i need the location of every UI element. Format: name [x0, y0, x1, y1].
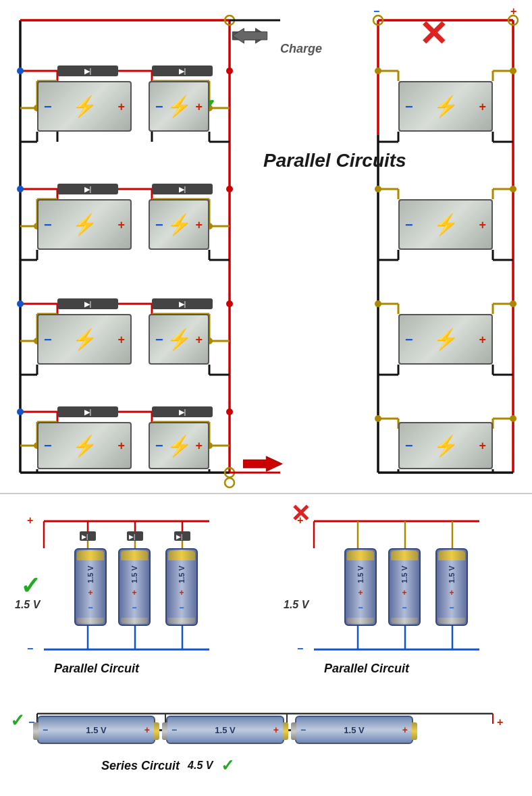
svg-text:+: + — [27, 514, 33, 526]
charge-arrow — [230, 26, 270, 46]
svg-point-76 — [225, 16, 234, 25]
bottom-left-battery-1: 1.5 V + − — [74, 548, 107, 626]
bottom-right-voltage: 1.5 V — [284, 599, 309, 611]
left-diode-1b: ▶| — [152, 65, 213, 76]
svg-point-63 — [17, 408, 24, 415]
left-battery-3b: − ⚡ + — [149, 314, 209, 365]
svg-text:−: − — [27, 643, 33, 654]
discharge-arrow — [243, 454, 284, 474]
bottom-right-battery-1: 1.5 V + − — [344, 548, 377, 626]
svg-point-64 — [226, 68, 233, 74]
svg-point-124 — [373, 16, 383, 25]
bottom-left-label: Parallel Circuit — [54, 662, 139, 676]
svg-point-67 — [226, 408, 233, 415]
right-battery-1: − ⚡ + — [398, 81, 493, 132]
bottom-left-check: ✓ — [20, 572, 41, 600]
right-battery-4: − ⚡ + — [398, 422, 493, 469]
charge-label: Charge — [280, 42, 322, 56]
svg-point-116 — [375, 68, 381, 74]
svg-text:+: + — [510, 5, 516, 17]
right-battery-2: − ⚡ + — [398, 199, 493, 250]
svg-point-119 — [510, 186, 516, 192]
top-section: − + Charge ✓ ✕ Parallel Circuits − ⚡ + −… — [0, 0, 532, 493]
series-battery-row: − 1.5 V + − 1.5 V + − 1.5 V + — [37, 716, 413, 744]
bottom-right-x: ✕ — [290, 500, 311, 528]
left-diode-2a: ▶| — [57, 184, 118, 194]
svg-point-60 — [17, 68, 24, 74]
svg-point-118 — [375, 186, 381, 192]
left-battery-2b: − ⚡ + — [149, 199, 209, 250]
bottom-left-battery-2: 1.5 V + − — [118, 548, 151, 626]
svg-point-65 — [226, 186, 233, 192]
left-diode-3a: ▶| — [57, 298, 118, 309]
svg-point-123 — [510, 415, 516, 422]
svg-point-61 — [17, 186, 24, 192]
series-check: ✓ — [10, 710, 25, 731]
bottom-right-battery-3: 1.5 V + − — [435, 548, 468, 626]
left-battery-1b: − ⚡ + — [149, 81, 209, 132]
svg-text:−: − — [373, 5, 379, 17]
left-battery-3: − ⚡ + — [37, 314, 132, 365]
svg-point-122 — [375, 415, 381, 422]
left-diode-4a: ▶| — [57, 406, 118, 417]
right-invalid-x: ✕ — [419, 14, 448, 54]
right-battery-3: − ⚡ + — [398, 314, 493, 365]
left-battery-2: − ⚡ + — [37, 199, 132, 250]
svg-text:▶|: ▶| — [129, 533, 135, 540]
bottom-right-label: Parallel Circuit — [324, 662, 409, 676]
left-battery-4b: − ⚡ + — [149, 422, 209, 469]
bottom-section: ▶| ▶| ▶| + − — [0, 493, 532, 796]
left-diode-1a: ▶| — [57, 65, 118, 76]
left-battery-1: − ⚡ + — [37, 81, 132, 132]
series-voltage: 4.5 V — [188, 760, 213, 772]
left-battery-4: − ⚡ + — [37, 422, 132, 469]
left-diode-2b: ▶| — [152, 184, 213, 194]
series-label-row: Series Circuit 4.5 V ✓ — [101, 756, 234, 775]
svg-point-79 — [225, 478, 234, 487]
bottom-left-voltage: 1.5 V — [15, 599, 40, 611]
svg-point-78 — [225, 468, 234, 477]
svg-text:−: − — [297, 643, 303, 654]
svg-marker-130 — [243, 456, 282, 471]
series-valid-check: ✓ — [221, 756, 234, 775]
svg-point-62 — [17, 300, 24, 307]
svg-text:▶|: ▶| — [176, 533, 182, 540]
bottom-left-battery-3: 1.5 V + − — [165, 548, 198, 626]
svg-text:▶|: ▶| — [82, 533, 88, 540]
svg-point-66 — [226, 300, 233, 307]
series-plus-right: + — [497, 716, 503, 728]
svg-point-120 — [375, 300, 381, 307]
svg-marker-129 — [232, 28, 267, 43]
svg-point-117 — [510, 68, 516, 74]
svg-point-121 — [510, 300, 516, 307]
page-title: Parallel Circuits — [263, 149, 406, 173]
left-diode-4b: ▶| — [152, 406, 213, 417]
bottom-wires: ▶| ▶| ▶| + − — [0, 494, 532, 796]
series-label: Series Circuit — [101, 759, 180, 773]
left-diode-3b: ▶| — [152, 298, 213, 309]
svg-point-125 — [508, 16, 518, 25]
bottom-right-battery-2: 1.5 V + − — [388, 548, 421, 626]
